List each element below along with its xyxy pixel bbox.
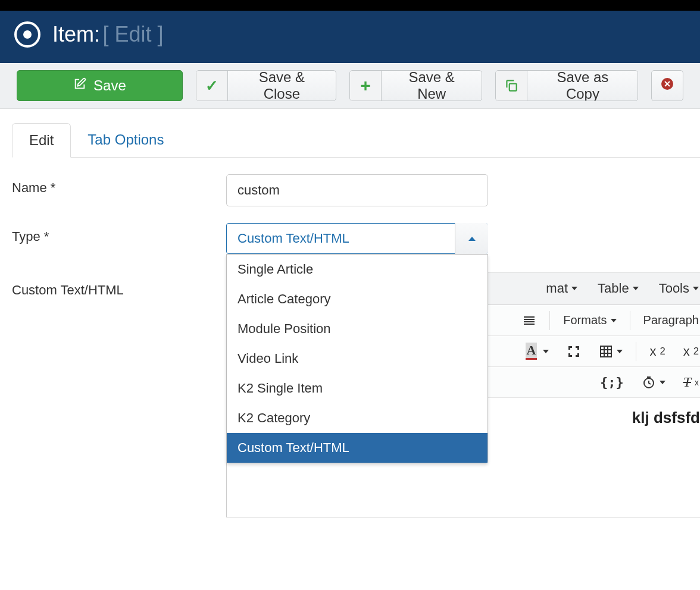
- type-select[interactable]: Custom Text/HTML Single ArticleArticle C…: [226, 223, 488, 254]
- clear-format-icon[interactable]: Tx: [679, 372, 700, 393]
- code-icon[interactable]: {;}: [595, 372, 629, 392]
- save-copy-button[interactable]: Save as Copy: [495, 70, 638, 101]
- type-option[interactable]: K2 Category: [227, 403, 488, 433]
- type-select-display[interactable]: Custom Text/HTML: [226, 223, 488, 254]
- type-select-toggle[interactable]: [455, 223, 488, 254]
- type-option[interactable]: Custom Text/HTML: [227, 433, 488, 463]
- name-input[interactable]: [226, 174, 488, 206]
- save-new-label: Save & New: [382, 70, 482, 101]
- tab-bar: Edit Tab Options: [12, 123, 700, 158]
- type-option[interactable]: Module Position: [227, 314, 488, 344]
- main-content: Edit Tab Options Name * Type * Custom Te…: [0, 109, 700, 517]
- menu-format-label-suffix: mat: [546, 281, 568, 296]
- plus-icon: +: [350, 71, 382, 101]
- sub-glyph: x: [649, 344, 656, 359]
- clear-glyph: T: [683, 374, 691, 390]
- paragraph-label: Paragraph: [643, 313, 699, 327]
- menu-table-label: Table: [598, 281, 629, 296]
- chevron-down-icon: [611, 319, 617, 322]
- subscript-icon[interactable]: x2: [645, 341, 670, 362]
- type-option[interactable]: Article Category: [227, 284, 488, 314]
- sup-glyph: x: [683, 344, 690, 359]
- header-title-wrap: Item: [ Edit ]: [52, 22, 164, 47]
- type-dropdown: Single ArticleArticle CategoryModule Pos…: [226, 254, 488, 463]
- tab-edit[interactable]: Edit: [12, 123, 71, 158]
- superscript-icon[interactable]: x2: [679, 341, 700, 362]
- sub-suffix: 2: [660, 346, 665, 357]
- header-target-icon: [14, 21, 40, 48]
- fullscreen-icon[interactable]: [562, 342, 586, 361]
- action-toolbar: Save ✓ Save & Close + Save & New Save as…: [0, 63, 700, 109]
- save-button-label: Save: [93, 77, 126, 94]
- copy-icon: [496, 71, 527, 101]
- separator: [630, 311, 630, 330]
- formats-label: Formats: [563, 313, 607, 327]
- save-copy-label: Save as Copy: [527, 70, 638, 101]
- type-row: Type * Custom Text/HTML Single ArticleAr…: [12, 223, 700, 254]
- page-header: Item: [ Edit ]: [0, 11, 700, 63]
- page-title: Item:: [52, 22, 100, 46]
- separator: [636, 342, 636, 361]
- chevron-down-icon: [693, 287, 699, 290]
- text-color-button[interactable]: A: [521, 340, 554, 362]
- menu-table[interactable]: Table: [593, 278, 643, 299]
- justify-icon[interactable]: [517, 311, 541, 330]
- menu-format-partial[interactable]: mat: [546, 278, 582, 299]
- top-strip: [0, 0, 700, 11]
- text-color-icon: A: [526, 343, 538, 360]
- table-icon[interactable]: [594, 342, 627, 361]
- chevron-down-icon: [633, 287, 639, 290]
- close-button[interactable]: [651, 70, 683, 101]
- chevron-down-icon: [660, 381, 665, 384]
- tab-options[interactable]: Tab Options: [71, 123, 180, 157]
- clear-suffix: x: [695, 378, 699, 387]
- editor-body-text: klj dsfsfd: [632, 409, 700, 426]
- check-icon: ✓: [196, 71, 228, 101]
- svg-rect-6: [601, 346, 611, 357]
- chevron-down-icon: [543, 350, 549, 353]
- name-row: Name *: [12, 174, 700, 206]
- save-close-button[interactable]: ✓ Save & Close: [196, 70, 336, 101]
- separator: [549, 311, 550, 330]
- sup-suffix: 2: [693, 346, 699, 357]
- formats-dropdown[interactable]: Formats: [558, 311, 621, 329]
- edit-icon: [73, 77, 86, 94]
- menu-tools[interactable]: Tools: [654, 278, 700, 299]
- close-icon: [660, 77, 674, 95]
- menu-tools-label: Tools: [659, 281, 689, 296]
- svg-rect-0: [510, 84, 517, 91]
- save-close-label: Save & Close: [228, 70, 336, 101]
- type-option[interactable]: Video Link: [227, 344, 488, 374]
- save-button[interactable]: Save: [17, 70, 183, 101]
- type-option[interactable]: K2 Single Item: [227, 374, 488, 403]
- type-option[interactable]: Single Article: [227, 255, 488, 284]
- header-target-dot: [23, 30, 32, 39]
- save-new-button[interactable]: + Save & New: [349, 70, 482, 101]
- clock-icon[interactable]: [637, 373, 670, 392]
- page-subtitle: [ Edit ]: [102, 22, 163, 46]
- tab-options-label: Tab Options: [88, 131, 164, 148]
- caret-up-icon: [468, 237, 476, 241]
- type-label: Type *: [12, 223, 226, 254]
- type-selected-value: Custom Text/HTML: [238, 231, 349, 246]
- name-label: Name *: [12, 174, 226, 206]
- chevron-down-icon: [617, 350, 623, 353]
- tab-edit-label: Edit: [29, 132, 54, 148]
- custom-label: Custom Text/HTML: [12, 277, 226, 298]
- chevron-down-icon: [571, 287, 577, 290]
- paragraph-dropdown[interactable]: Paragraph: [639, 311, 700, 329]
